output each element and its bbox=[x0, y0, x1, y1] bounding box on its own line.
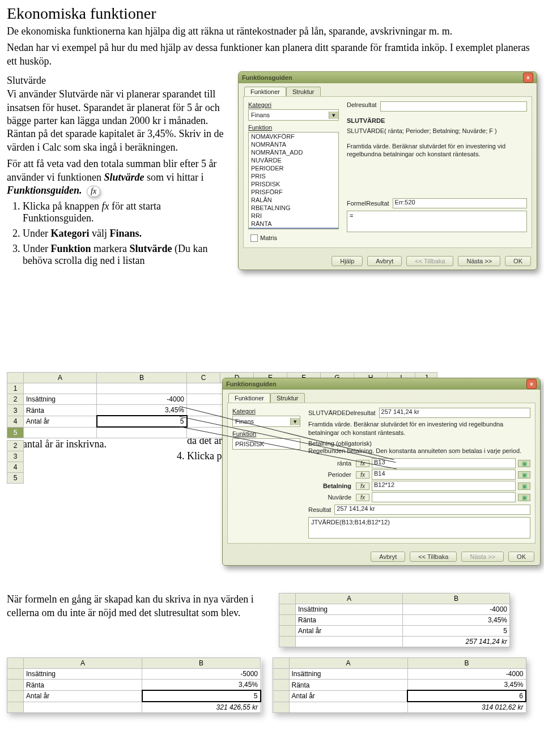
list-item[interactable]: RRI bbox=[249, 212, 338, 220]
mini-sheet-2: AB Insättning-5000 Ränta3,45% Antal år5 … bbox=[7, 657, 261, 713]
fx-icon-inline: fx bbox=[87, 186, 100, 197]
fx-icon[interactable]: fx bbox=[356, 471, 369, 479]
formel-label: Formel bbox=[347, 200, 366, 207]
avbryt-button-2[interactable]: Avbryt bbox=[371, 552, 405, 562]
dialog2-title: Funktionsguiden bbox=[226, 381, 277, 387]
intro-1: De ekonomiska funktionerna kan hjälpa di… bbox=[7, 25, 537, 38]
tab-struktur[interactable]: Struktur bbox=[286, 87, 321, 96]
close-icon[interactable]: × bbox=[526, 379, 537, 389]
formula-textarea[interactable]: = bbox=[347, 211, 527, 232]
list-item[interactable]: PRISFÖRF bbox=[249, 188, 338, 196]
shrink-icon[interactable]: ▣ bbox=[518, 471, 530, 479]
func-desc-2: Framtida värde. Beräknar slutvärdet för … bbox=[308, 420, 530, 437]
delresultat-field bbox=[380, 101, 527, 112]
resultat-label-2: Resultat bbox=[308, 506, 331, 513]
step-2: Under Kategori välj Finans. bbox=[23, 228, 233, 240]
tab-struktur-2[interactable]: Struktur bbox=[270, 393, 305, 403]
param-name: Betalning (obligatorisk) bbox=[308, 440, 530, 447]
step-1: Klicka på knappen fx för att starta Funk… bbox=[23, 200, 233, 224]
resultat-label: Resultat bbox=[366, 200, 389, 207]
mini-sheet-1: AB Insättning-4000 Ränta3,45% Antal år5 … bbox=[279, 593, 510, 647]
list-item[interactable]: NOMRÄNTA bbox=[249, 140, 338, 148]
tillbaka-button[interactable]: << Tillbaka bbox=[406, 256, 453, 266]
fx-icon[interactable]: fx bbox=[356, 482, 369, 490]
slut-para2: För att få veta vad den totala summan bl… bbox=[7, 157, 233, 197]
resultat-field-2: 257 141,24 kr bbox=[334, 505, 530, 515]
dialog-title: Funktionsguiden bbox=[242, 74, 292, 81]
formula-textarea-2[interactable]: JTVÄRDE(B13;B14;B12*12) bbox=[308, 517, 530, 539]
avbryt-button[interactable]: Avbryt bbox=[367, 256, 402, 266]
kategori-combo[interactable]: Finans ▾ bbox=[248, 109, 339, 121]
intro-2: Nedan har vi exempel på hur du med hjälp… bbox=[7, 41, 537, 68]
ok-button[interactable]: OK bbox=[505, 256, 531, 266]
list-item[interactable]: SLUTVÄRDE bbox=[249, 228, 338, 229]
list-item[interactable]: PRIS bbox=[249, 172, 338, 180]
close-icon[interactable]: × bbox=[523, 72, 533, 83]
shrink-icon[interactable]: ▣ bbox=[518, 482, 530, 490]
nuvarde-input[interactable] bbox=[372, 492, 516, 502]
section-slutvarde: Slutvärde bbox=[7, 75, 233, 87]
list-item[interactable]: NUVÄRDE bbox=[249, 156, 338, 164]
perioder-input[interactable]: B14 bbox=[372, 469, 516, 480]
func-description: Framtida värde. Beräknar slutvärdet för … bbox=[347, 142, 527, 159]
nasta-button-2[interactable]: Nästa >> bbox=[461, 552, 504, 562]
step-3: Under Funktion markera Slutvärde (Du kan… bbox=[23, 243, 233, 267]
funcname: SLUTVÄRDE bbox=[347, 117, 527, 124]
tillbaka-button-2[interactable]: << Tillbaka bbox=[410, 552, 457, 562]
list-item[interactable]: NOMAVKFÖRF bbox=[249, 133, 338, 140]
page-title: Ekonomiska funktioner bbox=[7, 5, 537, 23]
kategori-label-2: Kategori bbox=[232, 408, 300, 415]
delresultat-label: Delresultat bbox=[347, 101, 377, 112]
ok-button-2[interactable]: OK bbox=[508, 552, 534, 562]
kategori-label: Kategori bbox=[248, 101, 339, 108]
list-item[interactable]: PERIODER bbox=[249, 164, 338, 172]
tab-funktioner-2[interactable]: Funktioner bbox=[228, 393, 270, 403]
shrink-icon[interactable]: ▣ bbox=[518, 460, 530, 467]
list-item[interactable]: NOMRÄNTA_ADD bbox=[249, 148, 338, 156]
func-signature: SLUTVÄRDE( ränta; Perioder; Betalning; N… bbox=[347, 127, 527, 134]
fx-icon[interactable]: fx bbox=[356, 494, 369, 501]
delresultat-field-2: 257 141,24 kr bbox=[379, 408, 530, 418]
resultat-field: Err:520 bbox=[393, 198, 527, 208]
list-item[interactable]: RBETALNING bbox=[249, 204, 338, 212]
matris-checkbox[interactable]: Matris bbox=[250, 234, 277, 242]
function-wizard-dialog: Funktionsguiden × Funktioner Struktur Ka… bbox=[238, 71, 537, 270]
hjalp-button[interactable]: Hjälp bbox=[332, 256, 363, 266]
slut-para1: Vi använder Slutvärde när vi planerar sp… bbox=[7, 88, 233, 154]
nasta-button[interactable]: Nästa >> bbox=[458, 256, 500, 266]
mini-sheet-3: AB Insättning-4000 Ränta3,45% Antal år6 … bbox=[273, 657, 527, 713]
list-item[interactable]: RALÅN bbox=[249, 196, 338, 204]
func-header: SLUTVÄRDE bbox=[308, 409, 346, 416]
chevron-down-icon[interactable]: ▾ bbox=[329, 112, 338, 119]
outro: När formeln en gång är skapad kan du skr… bbox=[7, 593, 267, 644]
function-listbox[interactable]: NOMAVKFÖRFNOMRÄNTANOMRÄNTA_ADDNUVÄRDEPER… bbox=[248, 132, 339, 229]
spreadsheet-side-rows: 2 3 4 5 bbox=[7, 440, 24, 484]
chevron-down-icon[interactable]: ▾ bbox=[290, 418, 300, 425]
function-wizard-dialog-2: Funktionsguiden × Funktioner Struktur Ka… bbox=[222, 378, 541, 566]
list-item[interactable]: RÄNTA bbox=[249, 220, 338, 228]
funktion-label: Funktion bbox=[248, 124, 339, 131]
shrink-icon[interactable]: ▣ bbox=[518, 494, 530, 501]
tab-funktioner[interactable]: Funktioner bbox=[244, 87, 286, 96]
delresultat-label-2: Delresultat bbox=[346, 409, 376, 416]
list-item[interactable]: PRISDISK bbox=[249, 180, 338, 188]
betalning-input[interactable]: B12*12 bbox=[372, 481, 516, 491]
